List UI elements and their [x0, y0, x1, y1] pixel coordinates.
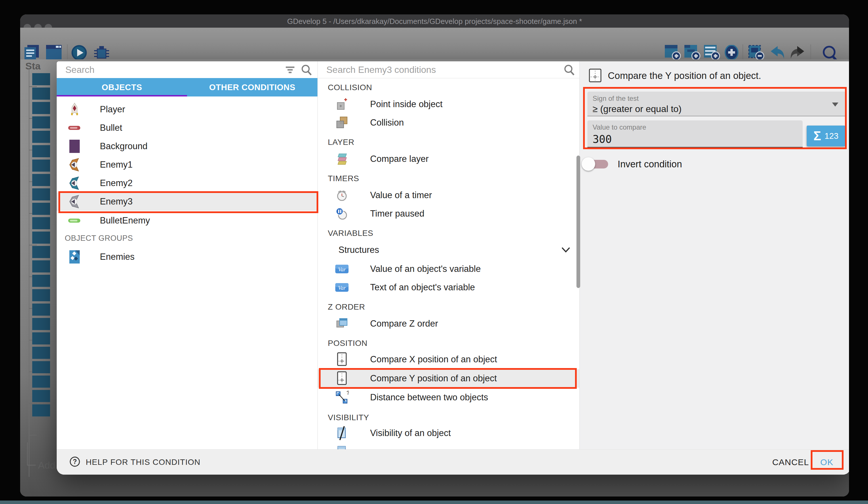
- bullet-icon: [66, 120, 83, 135]
- conditions-scrollbar[interactable]: [577, 155, 580, 288]
- toolbar-divider: [743, 44, 743, 59]
- condition-editor-dialog: OBJECTS OTHER CONDITIONS Player Bullet: [57, 61, 849, 475]
- desktop-bottom-strip: [0, 501, 868, 504]
- player-ship-icon: [66, 102, 83, 117]
- section-position: POSITION: [328, 337, 368, 349]
- section-timers: TIMERS: [328, 173, 359, 184]
- compare-position-icon: [334, 372, 349, 385]
- toolbar-divider: [810, 44, 811, 59]
- object-row-enemy2[interactable]: Enemy2: [57, 174, 318, 192]
- tab-objects[interactable]: OBJECTS: [57, 78, 187, 97]
- object-row-enemies-group[interactable]: Enemies: [57, 248, 318, 266]
- condition-search-input[interactable]: [326, 62, 510, 77]
- enemy2-ship-icon: [66, 176, 83, 191]
- distance-icon: ?: [334, 391, 349, 404]
- tab-bar: OBJECTS OTHER CONDITIONS: [57, 78, 318, 97]
- var-icon: Var: [334, 262, 349, 276]
- svg-text:?: ?: [347, 390, 349, 396]
- object-row-bulletenemy[interactable]: BulletEnemy: [57, 211, 318, 230]
- compare-position-icon: [334, 353, 349, 366]
- point-inside-icon: [334, 97, 349, 111]
- var-icon: Var: [334, 281, 349, 294]
- section-zorder: Z ORDER: [328, 301, 365, 313]
- compare-position-icon: [588, 68, 603, 84]
- desktop: GDevelop 5 - /Users/dkarakay/Documents/G…: [0, 0, 868, 504]
- condition-distance[interactable]: ? Distance between two objects: [318, 388, 580, 407]
- cancel-button[interactable]: CANCEL: [765, 450, 816, 475]
- enemy1-ship-icon: [66, 157, 83, 172]
- collision-icon: [334, 116, 349, 130]
- object-row-bullet[interactable]: Bullet: [57, 119, 318, 137]
- invert-condition-toggle-knob[interactable]: [582, 157, 595, 171]
- value-to-compare-input[interactable]: Value to compare 300: [587, 120, 803, 148]
- condition-compare-y-selected[interactable]: Compare Y position of an object: [318, 369, 580, 387]
- active-tab-underline: [57, 95, 187, 97]
- search-icon: [563, 64, 576, 78]
- conditions-panel: COLLISION Point inside object Collision …: [318, 61, 580, 449]
- bullet-enemy-icon: [66, 213, 83, 228]
- window-icon: [334, 445, 349, 449]
- section-collision: COLLISION: [328, 82, 372, 93]
- condition-var-value[interactable]: Var Value of an object's variable: [318, 260, 580, 278]
- expression-builder-button[interactable]: Σ 123: [807, 125, 845, 146]
- svg-text:Var: Var: [338, 266, 346, 272]
- event-condition-bar: [32, 73, 50, 85]
- svg-text:Var: Var: [338, 285, 346, 291]
- main-toolbar: [20, 28, 849, 59]
- section-layer: LAYER: [328, 137, 354, 148]
- object-row-enemy3-selected[interactable]: Enemy3: [57, 192, 318, 211]
- tab-other-conditions[interactable]: OTHER CONDITIONS: [187, 78, 318, 97]
- object-row-enemy1[interactable]: Enemy1: [57, 155, 318, 174]
- timer-paused-icon: [334, 207, 349, 221]
- timer-icon: [334, 188, 349, 202]
- condition-visibility[interactable]: Visibility of an object: [318, 424, 580, 442]
- svg-text:?: ?: [73, 458, 77, 465]
- sign-of-test-select[interactable]: Sign of the test ≥ (greater or equal to): [587, 92, 846, 117]
- condition-compare-x[interactable]: Compare X position of an object: [318, 350, 580, 369]
- condition-timer-value[interactable]: Value of a timer: [318, 186, 580, 204]
- object-row-background[interactable]: Background: [57, 137, 318, 155]
- condition-collision[interactable]: Collision: [318, 113, 580, 132]
- condition-compare-layer[interactable]: Compare layer: [318, 150, 580, 168]
- enemy3-ship-icon: [66, 194, 83, 209]
- section-variables: VARIABLES: [328, 228, 373, 239]
- objects-panel: OBJECTS OTHER CONDITIONS Player Bullet: [57, 61, 318, 449]
- help-icon: ?: [69, 456, 81, 468]
- sigma-icon: Σ: [814, 129, 821, 143]
- tree-connector: [27, 442, 36, 465]
- enemies-group-icon: [66, 249, 83, 264]
- condition-point-inside[interactable]: Point inside object: [318, 95, 580, 113]
- window-titlebar: GDevelop 5 - /Users/dkarakay/Documents/G…: [20, 14, 849, 28]
- layers-icon: [334, 152, 349, 166]
- object-groups-header: OBJECT GROUPS: [65, 234, 133, 243]
- condition-search-row: [318, 61, 580, 78]
- dialog-footer: ? HELP FOR THIS CONDITION CANCEL OK: [57, 449, 849, 475]
- toolbar-divider: [67, 44, 68, 59]
- condition-timer-paused[interactable]: Timer paused: [318, 204, 580, 223]
- condition-compare-z[interactable]: Compare Z order: [318, 314, 580, 333]
- condition-structures-group[interactable]: Structures: [318, 241, 580, 259]
- ok-button[interactable]: OK: [811, 450, 843, 475]
- object-row-player[interactable]: Player: [57, 100, 318, 119]
- condition-var-text[interactable]: Var Text of an object's variable: [318, 278, 580, 296]
- chevron-down-icon: [561, 246, 571, 255]
- z-order-icon: [334, 317, 349, 331]
- events-sheet-truncated-label: Sta: [25, 60, 41, 72]
- condition-partial-row[interactable]: [318, 442, 580, 449]
- background-icon: [66, 139, 83, 154]
- condition-editor-panel: Compare the Y position of an object. Sig…: [579, 61, 849, 449]
- search-icon: [300, 64, 313, 78]
- visibility-icon: [334, 426, 349, 440]
- gdevelop-window: GDevelop 5 - /Users/dkarakay/Documents/G…: [20, 14, 849, 496]
- section-visibility: VISIBILITY: [328, 412, 369, 423]
- object-search-row: [57, 61, 318, 78]
- object-search-input[interactable]: [65, 62, 248, 77]
- window-title: GDevelop 5 - /Users/dkarakay/Documents/G…: [20, 14, 849, 28]
- condition-title: Compare the Y position of an object.: [608, 68, 761, 83]
- dropdown-caret-icon: [832, 102, 838, 107]
- filter-icon[interactable]: [285, 65, 296, 76]
- events-tree-line: [29, 68, 29, 477]
- help-link[interactable]: ? HELP FOR THIS CONDITION: [69, 450, 200, 475]
